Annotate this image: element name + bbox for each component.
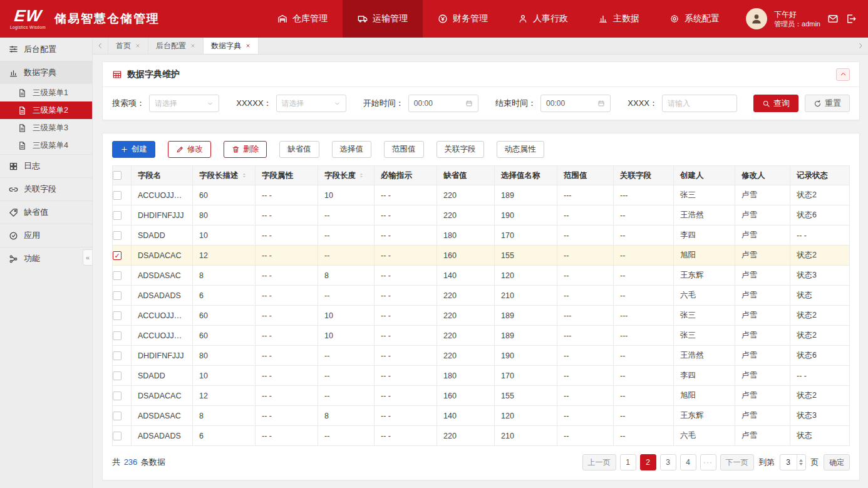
spinner-arrows[interactable] — [797, 455, 805, 470]
table-row[interactable]: ADSADADS 6 -- - -- -- - 220 210 -- -- 六毛 — [113, 286, 850, 306]
sidebar-item-data-dictionary[interactable]: 数据字典 — [0, 61, 92, 84]
sidebar-item-default-values[interactable]: 缺省值 — [0, 200, 92, 224]
cell-field-description: 60 — [193, 306, 256, 326]
row-checkbox[interactable] — [113, 351, 121, 360]
cell-field-attribute: -- - — [256, 426, 318, 446]
cell-range-value: -- — [557, 406, 614, 426]
xxxxx-select[interactable]: 请选择 — [276, 95, 346, 112]
table-row[interactable]: ADSDASAC 8 -- - 8 -- - 140 120 -- -- 王东辉 — [113, 266, 850, 286]
tab-backend-config[interactable]: 后台配置 — [148, 38, 204, 54]
table-row[interactable]: ACCUOJJDJN 60 -- - 10 -- - 220 189 --- -… — [113, 185, 850, 205]
reset-button[interactable]: 重置 — [805, 95, 850, 112]
cell-field-description: 12 — [193, 246, 256, 266]
row-checkbox[interactable] — [113, 291, 121, 300]
goto-unit: 页 — [811, 457, 819, 468]
sidebar-item-submenu-1[interactable]: 三级菜单1 — [0, 84, 92, 101]
row-checkbox[interactable] — [113, 412, 121, 420]
close-icon[interactable] — [190, 43, 195, 48]
table-row[interactable]: SDADD 10 -- - -- -- - 180 170 -- -- 李四 卢 — [113, 226, 850, 246]
close-icon[interactable] — [245, 43, 251, 48]
next-page-button[interactable]: 下一页 — [720, 454, 754, 470]
nav-master-data[interactable]: 主数据 — [583, 0, 654, 38]
table-row[interactable]: ADSDASAC 8 -- - 8 -- - 140 120 -- -- 王东辉 — [113, 406, 850, 426]
sidebar-item-function[interactable]: 功能 — [0, 247, 92, 270]
table-row[interactable]: DSADACAC 12 -- - -- -- - 160 155 -- -- 旭… — [113, 386, 850, 406]
select-value-button[interactable]: 选择值 — [332, 141, 372, 158]
search-item-select[interactable]: 请选择 — [149, 95, 219, 112]
cell-default-value: 160 — [437, 246, 495, 266]
avatar[interactable] — [746, 8, 767, 29]
table-row[interactable]: DHDIFNFJJJ 80 -- - -- -- - 220 190 -- --… — [113, 205, 850, 226]
nav-system-config[interactable]: 系统配置 — [654, 0, 735, 38]
row-checkbox[interactable] — [113, 211, 121, 220]
related-field-button[interactable]: 关联字段 — [437, 141, 484, 158]
nav-finance[interactable]: 财务管理 — [423, 0, 503, 38]
sidebar-item-submenu-3[interactable]: 三级菜单3 — [0, 119, 92, 137]
xxxx-input[interactable] — [662, 95, 737, 112]
row-checkbox[interactable] — [113, 371, 121, 380]
tab-home[interactable]: 首页 — [108, 38, 148, 54]
sidebar-item-related-fields[interactable]: 关联字段 — [0, 177, 92, 200]
row-checkbox[interactable] — [113, 231, 121, 240]
sidebar: 后台配置 数据字典 三级菜单1 三级菜单2 — [0, 38, 93, 488]
tag-icon — [9, 208, 18, 217]
cell-creator: 六毛 — [674, 286, 735, 306]
tabs-scroll-left[interactable] — [93, 38, 108, 54]
row-checkbox[interactable] — [113, 191, 121, 200]
select-placeholder: 请选择 — [282, 98, 334, 109]
sort-icon[interactable] — [241, 172, 247, 179]
sidebar-item-submenu-2[interactable]: 三级菜单2 — [0, 101, 92, 119]
sort-icon[interactable] — [358, 172, 364, 179]
calendar-icon — [465, 100, 473, 107]
nav-transport[interactable]: 运输管理 — [343, 0, 423, 38]
select-all-checkbox[interactable] — [113, 171, 121, 180]
sidebar-item-backend-config[interactable]: 后台配置 — [0, 38, 92, 61]
modify-button[interactable]: 修改 — [168, 141, 211, 158]
page-button-2[interactable]: 2 — [640, 454, 656, 470]
panel-title: 数据字典维护 — [127, 69, 180, 80]
page-ellipsis[interactable]: ··· — [700, 454, 716, 470]
page-button-1[interactable]: 1 — [620, 454, 636, 470]
query-button[interactable]: 查询 — [753, 95, 798, 112]
table-row[interactable]: ACCUOJJDJN 60 -- - 10 -- - 220 189 --- -… — [113, 326, 850, 346]
row-checkbox[interactable] — [113, 392, 121, 400]
page-button-4[interactable]: 4 — [680, 454, 696, 470]
default-value-button[interactable]: 缺省值 — [279, 141, 319, 158]
table-row[interactable]: ADSADADS 6 -- - -- -- - 220 210 -- -- 六毛 — [113, 426, 850, 446]
end-time-picker[interactable]: 00:00 — [540, 95, 611, 112]
prev-page-button[interactable]: 上一页 — [582, 454, 616, 470]
delete-button[interactable]: 删除 — [224, 141, 267, 158]
mail-icon[interactable] — [827, 13, 839, 24]
goto-page-input[interactable]: 3 — [780, 454, 806, 470]
row-checkbox[interactable] — [113, 311, 121, 320]
table-row[interactable]: SDADD 10 -- - -- -- - 180 170 -- -- 李四 卢 — [113, 366, 850, 386]
table-row[interactable]: ACCUOJJDJN 60 -- - 10 -- - 220 189 --- -… — [113, 306, 850, 326]
sidebar-collapse-handle[interactable]: « — [83, 249, 92, 266]
row-checkbox[interactable] — [113, 251, 121, 260]
page-button-3[interactable]: 3 — [660, 454, 676, 470]
table-row[interactable]: DSADACAC 12 -- - -- -- - 160 155 -- -- 旭… — [113, 246, 850, 266]
start-time-picker[interactable]: 00:00 — [408, 95, 478, 112]
create-button[interactable]: 创建 — [112, 141, 155, 158]
row-checkbox[interactable] — [113, 331, 121, 340]
logout-icon[interactable] — [845, 13, 857, 24]
cell-field-name: SDADD — [132, 226, 193, 246]
sidebar-item-submenu-4[interactable]: 三级菜单4 — [0, 137, 92, 154]
table-row[interactable]: DHDIFNFJJJ 80 -- - -- -- - 220 190 -- --… — [113, 346, 850, 366]
sidebar-item-application[interactable]: 应用 — [0, 224, 92, 247]
tab-data-dictionary[interactable]: 数据字典 — [204, 38, 259, 54]
range-value-button[interactable]: 范围值 — [384, 141, 424, 158]
panel-collapse-button[interactable] — [836, 68, 850, 81]
row-checkbox[interactable] — [113, 432, 121, 440]
cell-range-value: --- — [557, 185, 614, 205]
dynamic-attribute-button[interactable]: 动态属性 — [497, 141, 544, 158]
cell-select-value-name: 189 — [495, 306, 557, 326]
sidebar-item-logs[interactable]: 日志 — [0, 154, 92, 177]
close-icon[interactable] — [135, 43, 140, 48]
confirm-page-button[interactable]: 确定 — [824, 454, 850, 470]
row-checkbox[interactable] — [113, 271, 121, 280]
nav-warehouse[interactable]: 仓库管理 — [262, 0, 343, 38]
tabs-scroll-right[interactable] — [853, 38, 868, 54]
nav-hr[interactable]: 人事行政 — [503, 0, 583, 38]
cell-field-length: -- — [318, 366, 375, 386]
